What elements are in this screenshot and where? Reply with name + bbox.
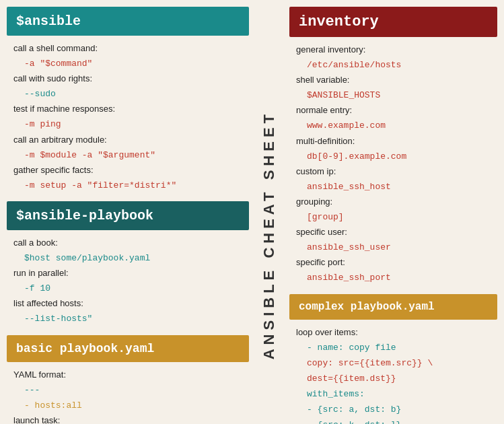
ansible-content: call a shell command: -a "$command" call… <box>7 38 249 193</box>
list-item: loop over items: <box>296 325 497 340</box>
list-item: test if machine responses: <box>13 102 249 116</box>
inventory-section: inventory general inventory: /etc/ansibl… <box>289 7 497 286</box>
playbook-content: call a book: $host some/playbook.yaml ru… <box>7 233 249 327</box>
list-item: call with sudo rights: <box>13 71 249 86</box>
list-item: list affected hosts: <box>13 296 249 311</box>
list-item: call an arbitrary module: <box>13 133 249 147</box>
list-item: --sudo <box>13 86 249 102</box>
list-item: shell variable: <box>296 73 497 87</box>
list-item: - hosts:all <box>13 398 249 413</box>
list-item: --list-hosts" <box>13 311 249 326</box>
complex-section: complex playbook.yaml loop over items: -… <box>289 294 497 425</box>
list-item: -m ping <box>13 116 249 132</box>
list-item: specific port: <box>296 255 497 270</box>
left-column: $ansible call a shell command: -a "$comm… <box>7 7 256 424</box>
complex-content: loop over items: - name: copy file copy:… <box>289 322 497 425</box>
list-item: - name: copy file <box>296 340 497 355</box>
list-item: dest={{item.dst}} <box>296 371 497 386</box>
list-item: -a "$command" <box>13 56 249 71</box>
complex-header: complex playbook.yaml <box>289 294 497 320</box>
basic-content: YAML format: --- - hosts:all launch task… <box>7 365 249 425</box>
right-column: inventory general inventory: /etc/ansibl… <box>283 7 497 424</box>
list-item: www.example.com <box>296 118 497 133</box>
list-item: call a shell command: <box>13 41 249 56</box>
list-item: grouping: <box>296 195 497 209</box>
list-item: $ANSIBLE_HOSTS <box>296 87 497 103</box>
list-item: with_items: <box>296 386 497 402</box>
list-item: general inventory: <box>296 42 497 57</box>
list-item: specific user: <box>296 225 497 240</box>
list-item: ansible_ssh_host <box>296 179 497 195</box>
list-item: launch task: <box>13 413 249 424</box>
list-item: copy: src={{item.src}} \ <box>296 355 497 371</box>
basic-header: basic playbook.yaml <box>7 335 249 362</box>
list-item: call a book: <box>13 236 249 250</box>
list-item: db[0-9].example.com <box>296 149 497 164</box>
main-container: $ansible call a shell command: -a "$comm… <box>0 0 504 424</box>
list-item: [group] <box>296 209 497 225</box>
list-item: $host some/playbook.yaml <box>13 250 249 266</box>
cheat-sheet-label: ANSIBLE CHEAT SHEET <box>260 110 278 359</box>
list-item: custom ip: <box>296 164 497 179</box>
list-item: YAML format: <box>13 367 249 382</box>
list-item: -m setup -a "filter=*distri*" <box>13 178 249 193</box>
playbook-section: $ansible-playbook call a book: $host som… <box>7 201 249 327</box>
center-column: ANSIBLE CHEAT SHEET <box>256 7 283 424</box>
inventory-header: inventory <box>289 7 497 37</box>
list-item: ansible_ssh_port <box>296 270 497 285</box>
list-item: run in parallel: <box>13 266 249 281</box>
list-item: gather specific facts: <box>13 163 249 178</box>
inventory-content: general inventory: /etc/ansible/hosts sh… <box>289 40 497 286</box>
list-item: -m $module -a "$argument" <box>13 147 249 163</box>
list-item: - {src: k, dst: l} <box>296 417 497 424</box>
list-item: --- <box>13 382 249 398</box>
list-item: ansible_ssh_user <box>296 240 497 255</box>
list-item: multi-definition: <box>296 134 497 149</box>
basic-section: basic playbook.yaml YAML format: --- - h… <box>7 335 249 425</box>
list-item: /etc/ansible/hosts <box>296 57 497 73</box>
list-item: - {src: a, dst: b} <box>296 402 497 417</box>
list-item: -f 10 <box>13 281 249 296</box>
list-item: normale entry: <box>296 103 497 118</box>
playbook-header: $ansible-playbook <box>7 201 249 230</box>
ansible-section: $ansible call a shell command: -a "$comm… <box>7 7 249 193</box>
ansible-header: $ansible <box>7 7 249 36</box>
